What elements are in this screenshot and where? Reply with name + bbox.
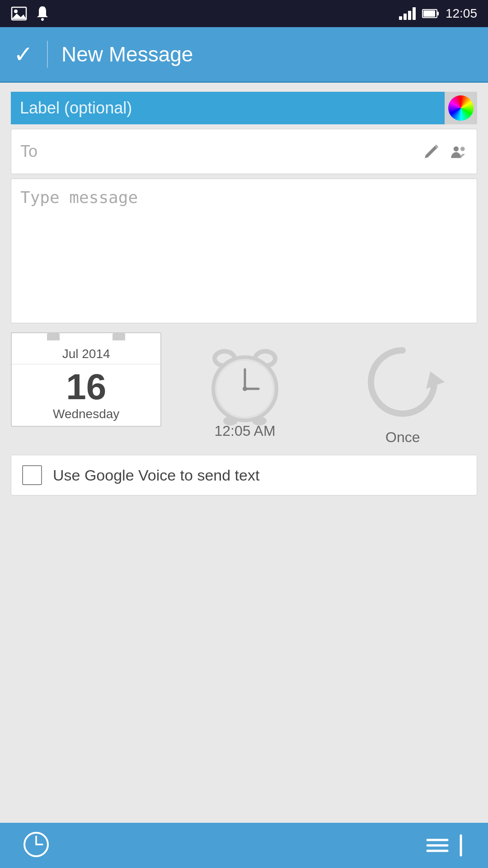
label-row <box>11 92 477 124</box>
alarm-time: 12:05 AM <box>214 423 275 439</box>
repeat-widget[interactable]: Once <box>328 332 477 446</box>
alarm-clock-icon <box>200 337 290 427</box>
svg-point-1 <box>14 9 18 13</box>
svg-point-7 <box>454 146 459 151</box>
battery-icon <box>422 8 439 19</box>
image-icon <box>11 5 27 22</box>
app-bar: ✓ New Message <box>0 27 488 81</box>
signal-bars-icon <box>399 7 416 20</box>
google-voice-checkbox[interactable] <box>22 465 42 485</box>
contacts-icon[interactable] <box>450 142 468 160</box>
datetime-row: Jul 2014 16 Wednesday <box>11 332 477 446</box>
repeat-icon-container <box>357 337 448 427</box>
bottom-menu-button[interactable] <box>425 832 465 859</box>
calendar-top <box>12 333 160 340</box>
calendar-date-row: 16 Wednesday <box>12 364 160 426</box>
confirm-button[interactable]: ✓ <box>14 42 33 66</box>
svg-point-3 <box>41 18 44 21</box>
status-bar: 12:05 <box>0 0 488 27</box>
menu-lines-icon <box>425 832 452 859</box>
calendar-month: Jul 2014 <box>62 347 110 361</box>
label-input[interactable] <box>11 92 445 124</box>
color-picker-button[interactable] <box>445 92 477 124</box>
svg-rect-6 <box>423 10 435 17</box>
svg-point-8 <box>460 147 465 151</box>
svg-rect-5 <box>437 12 439 15</box>
status-bar-left <box>11 5 50 22</box>
page-title: New Message <box>61 42 193 66</box>
google-voice-row[interactable]: Use Google Voice to send text <box>11 455 477 495</box>
calendar-notch-right <box>113 333 125 340</box>
message-textarea[interactable] <box>20 188 468 314</box>
to-field[interactable]: To <box>11 129 477 174</box>
message-field[interactable] <box>11 179 477 323</box>
svg-marker-18 <box>421 368 445 389</box>
calendar-notch-left <box>47 333 60 340</box>
status-bar-right: 12:05 <box>399 6 477 21</box>
repeat-label: Once <box>385 429 420 446</box>
calendar-day-number: 16 <box>16 369 156 405</box>
app-bar-divider <box>47 41 48 68</box>
calendar-widget[interactable]: Jul 2014 16 Wednesday <box>11 332 161 427</box>
to-icons <box>422 142 468 160</box>
bottom-bar <box>0 823 488 868</box>
svg-point-17 <box>243 387 247 391</box>
repeat-icon <box>357 337 448 427</box>
pencil-icon[interactable] <box>422 142 441 160</box>
calendar-month-row: Jul 2014 <box>12 340 160 364</box>
notification-icon <box>35 5 50 22</box>
clock-icon <box>23 831 50 858</box>
status-time: 12:05 <box>446 6 477 21</box>
color-wheel-icon <box>448 95 474 121</box>
content-area: To Jul 2014 <box>0 83 488 505</box>
to-placeholder: To <box>20 142 418 161</box>
calendar-day-name: Wednesday <box>16 407 156 421</box>
menu-indicator-icon <box>456 832 465 859</box>
google-voice-label: Use Google Voice to send text <box>53 467 259 484</box>
svg-marker-2 <box>12 14 26 19</box>
bottom-clock-button[interactable] <box>23 831 50 860</box>
alarm-widget[interactable]: 12:05 AM <box>170 332 319 439</box>
